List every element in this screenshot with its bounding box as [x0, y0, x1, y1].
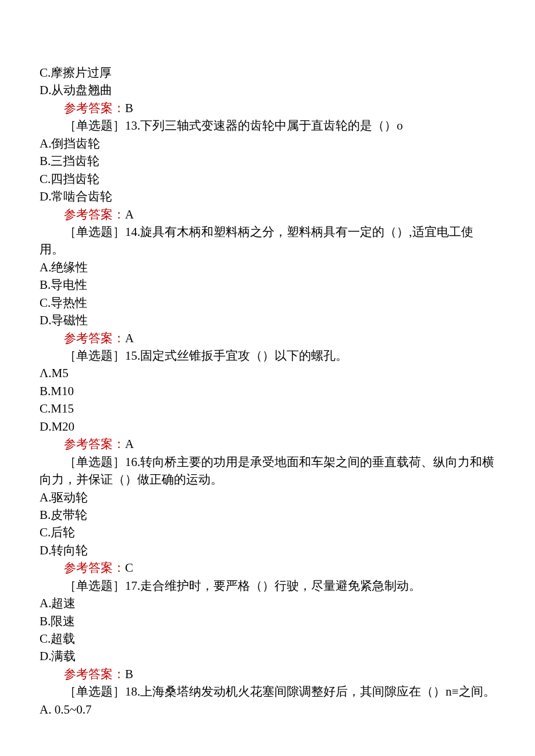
answer-line: 参考答案：A — [40, 435, 495, 453]
option-line: D.满载 — [40, 647, 495, 665]
answer-line: 参考答案：B — [40, 665, 495, 683]
option-line: B.三挡齿轮 — [40, 152, 495, 170]
question-line: ［单选题］13.下列三轴式变速器的齿轮中属于直齿轮的是（）o — [40, 117, 495, 134]
question-line: ［单选题］16.转向桥主要的功用是承受地面和车架之间的垂直载荷、纵向力和横向力，… — [40, 453, 495, 489]
option-line: D.导磁性 — [40, 311, 495, 329]
answer-label: 参考答案： — [64, 437, 125, 451]
answer-label: 参考答案： — [64, 101, 125, 115]
answer-value: A — [125, 207, 134, 221]
option-line: A.倒挡齿轮 — [40, 135, 495, 152]
answer-label: 参考答案： — [64, 207, 125, 221]
option-line: C.后轮 — [40, 524, 495, 541]
option-line: D.常啮合齿轮 — [40, 188, 495, 205]
answer-value: A — [125, 331, 134, 345]
option-line: A.驱动轮 — [40, 489, 495, 506]
option-line: C.M15 — [40, 400, 495, 417]
option-line: D.转向轮 — [40, 542, 495, 559]
answer-label: 参考答案： — [64, 331, 125, 345]
option-line: D.从动盘翘曲 — [40, 81, 495, 99]
option-line: A.绝缘性 — [40, 259, 495, 276]
answer-line: 参考答案：A — [40, 206, 495, 223]
option-line: Λ.M5 — [40, 364, 495, 382]
question-line: ［单选题］15.固定式丝锥扳手宜攻（）以下的螺孔。 — [40, 347, 495, 364]
option-line: B.皮带轮 — [40, 506, 495, 524]
question-line: ［单选题］17.走合维护时，要严格（）行驶，尽量避免紧急制动。 — [40, 577, 495, 594]
question-line: ［单选题］14.旋具有木柄和塑料柄之分，塑料柄具有一定的（）,适宜电工使用。 — [40, 223, 495, 259]
option-line: C.超载 — [40, 630, 495, 647]
answer-label: 参考答案： — [64, 667, 125, 681]
option-line: B.M10 — [40, 382, 495, 400]
document-content: C.摩擦片过厚D.从动盘翘曲参考答案：B［单选题］13.下列三轴式变速器的齿轮中… — [40, 64, 495, 718]
answer-value: B — [125, 667, 133, 681]
answer-value: A — [125, 437, 134, 451]
option-line: C.摩擦片过厚 — [40, 64, 495, 81]
answer-line: 参考答案：B — [40, 99, 495, 117]
option-line: D.M20 — [40, 418, 495, 435]
answer-value: C — [125, 561, 133, 575]
option-line: C.四挡齿轮 — [40, 170, 495, 188]
answer-label: 参考答案： — [64, 561, 125, 575]
option-line: A. 0.5~0.7 — [40, 701, 495, 718]
option-line: A.超速 — [40, 594, 495, 612]
question-line: ［单选题］18.上海桑塔纳发动机火花塞间隙调整好后，其间隙应在（）n≡之间。 — [40, 683, 495, 700]
option-line: B.导电性 — [40, 276, 495, 293]
answer-value: B — [125, 101, 133, 115]
option-line: B.限速 — [40, 612, 495, 630]
answer-line: 参考答案：A — [40, 329, 495, 347]
answer-line: 参考答案：C — [40, 559, 495, 576]
option-line: C.导热性 — [40, 294, 495, 311]
